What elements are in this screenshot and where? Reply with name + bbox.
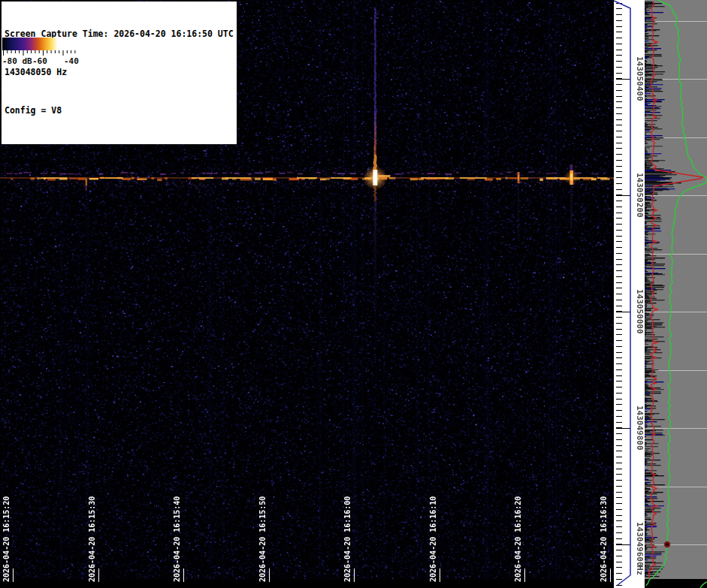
spectrum-lab-screen: Screen Capture Time: 2026-04-20 16:16:50… — [0, 0, 707, 588]
frequency-axis-label: 143050400 — [635, 56, 645, 101]
frequency-axis-unit: Hz — [635, 565, 645, 575]
time-axis-tick — [98, 568, 99, 582]
legend-db-label-min: -80 dB — [2, 56, 32, 66]
frequency-axis-label: 143049600 — [635, 522, 645, 567]
time-axis-label: 2026-04-20 16:16:00 — [343, 496, 352, 582]
time-axis-label: 2026-04-20 16:15:50 — [258, 496, 267, 582]
frequency-axis-label: 143049800 — [635, 406, 645, 451]
time-axis-label: 2026-04-20 16:16:20 — [514, 496, 522, 582]
time-axis-label: 2026-04-20 16:15:30 — [88, 496, 96, 582]
time-axis-tick — [13, 568, 14, 582]
color-scale-ticks — [2, 50, 78, 56]
time-axis-label: 2026-04-20 16:16:10 — [429, 496, 437, 582]
time-axis-tick — [183, 568, 184, 582]
capture-info-box: Screen Capture Time: 2026-04-20 16:16:50… — [2, 2, 237, 144]
time-axis-label: 2026-04-20 16:15:40 — [173, 496, 181, 582]
config-text: Config = V8 — [5, 104, 234, 117]
frequency-axis-label: 143050200 — [635, 173, 645, 218]
spectrum-graph-panel[interactable] — [645, 0, 707, 588]
time-axis-tick — [440, 568, 440, 582]
time-axis-tick — [354, 568, 355, 582]
legend-db-label-max: -40 — [64, 56, 79, 66]
legend-db-label-mid: -60 — [32, 56, 47, 66]
time-axis-tick — [269, 568, 270, 582]
time-axis-tick — [524, 568, 525, 582]
frequency-axis-label: 143050000 — [635, 289, 645, 334]
time-axis-tick — [610, 568, 611, 582]
time-axis-label: 2026-04-20 16:15:20 — [2, 496, 11, 582]
color-scale-gradient — [2, 38, 78, 50]
color-scale-legend: -80 dB -60 -40 — [2, 38, 78, 68]
time-axis-label: 2026-04-20 16:16:30 — [600, 496, 608, 582]
